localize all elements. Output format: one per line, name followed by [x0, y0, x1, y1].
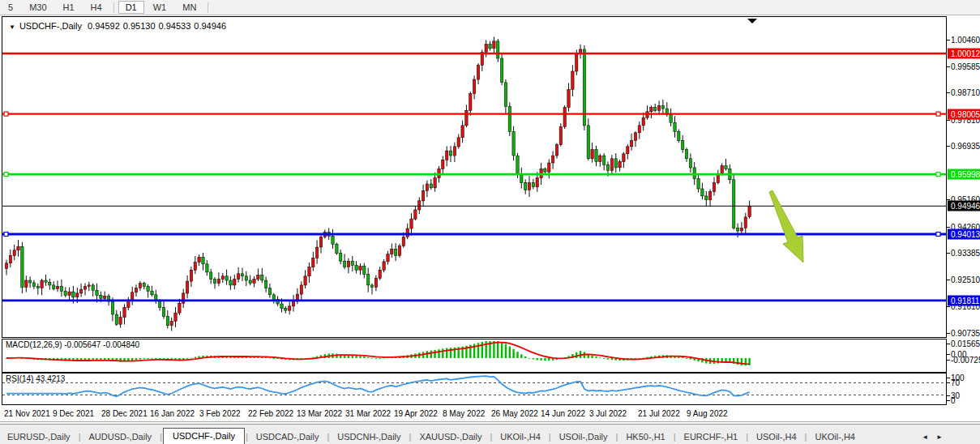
axis-tick [947, 354, 950, 355]
date-tick-label: 28 Dec 2021 [101, 409, 148, 418]
legend-high: 0.95130 [123, 21, 156, 31]
candlestick-chart [2, 17, 946, 337]
axis-tick [947, 227, 950, 228]
axis-tick [947, 146, 950, 147]
chart-tab-hk50-h1[interactable]: HK50-,H1 [618, 429, 672, 444]
macd-axis-label: 0.015654 [951, 339, 980, 348]
timeframe-button-h4[interactable]: H4 [83, 1, 109, 14]
date-tick-label: 31 Mar 2022 [345, 409, 391, 418]
date-tick-label: 16 Jan 2022 [150, 409, 195, 418]
mt4-window: 5M30H1H4D1W1MN ▼USDCHF-,Daily 0.945920.9… [0, 0, 980, 444]
axis-tick [947, 306, 950, 307]
chart-tab-usoil-daily[interactable]: USOil-,Daily [552, 429, 615, 444]
axis-tick [947, 395, 950, 396]
date-tick-label: 3 Jul 2022 [589, 409, 627, 418]
macd-canvas [2, 339, 946, 372]
rsi-chart [2, 374, 946, 404]
chart-tab-xauusd-daily[interactable]: XAUUSD-,Daily [412, 429, 489, 444]
price-tick-label: 0.98710 [951, 88, 980, 97]
macd-axis-label: -0.0072559 [951, 356, 980, 365]
timeframe-button-5[interactable]: 5 [1, 1, 20, 14]
price-level-badge: 0.98005 [948, 109, 980, 120]
timeframe-button-d1[interactable]: D1 [118, 1, 144, 14]
date-tick-label: 22 Feb 2022 [248, 409, 293, 418]
axis-tick [947, 344, 950, 344]
chart-tab-ukoil-h4[interactable]: UKOil-,H4 [493, 429, 548, 444]
chart-tab-ukoil-h4[interactable]: UKOil-,H4 [807, 429, 862, 444]
price-tick-label: 0.99585 [951, 62, 980, 71]
macd-label: MACD(12,26,9) -0.005647 -0.004840 [6, 340, 139, 349]
axis-tick [947, 378, 950, 378]
rsi-axis-label: 70 [951, 378, 960, 387]
timeframe-toolbar: 5M30H1H4D1W1MN [0, 0, 980, 15]
legend-close: 0.94946 [194, 21, 226, 31]
chart-tab-eurusd-daily[interactable]: EURUSD-,Daily [0, 429, 78, 444]
price-level-badge: 0.94013 [948, 229, 980, 240]
date-tick-label: 14 Jun 2022 [541, 409, 585, 418]
chart-tab-bar: EURUSD-,Daily|AUDUSD-,Daily|USDCHF-,Dail… [0, 424, 980, 444]
chart-tab-usoil-h4[interactable]: USOil-,H4 [749, 429, 804, 444]
axis-tick [947, 360, 950, 361]
toolbar-separator [208, 2, 208, 13]
macd-chart [2, 339, 946, 372]
date-tick-label: 3 Feb 2022 [199, 409, 241, 418]
chart-legend: ▼USDCHF-,Daily 0.945920.951300.945330.94… [9, 21, 229, 31]
timeframe-button-h1[interactable]: H1 [56, 1, 82, 14]
tab-scroll-right-icon[interactable]: ► [936, 433, 943, 441]
date-tick-label: 13 Mar 2022 [297, 409, 342, 418]
symbol-dropdown-icon[interactable]: ▼ [9, 23, 15, 31]
date-axis[interactable]: 21 Nov 20219 Dec 202128 Dec 202116 Jan 2… [2, 407, 947, 420]
timeframe-button-m30[interactable]: M30 [22, 1, 53, 14]
current-price-badge: 0.94946 [948, 201, 980, 211]
axis-tick [947, 333, 950, 334]
axis-tick [947, 66, 950, 67]
rsi-indicator-panel: RSI(14) 43.4213 [2, 373, 947, 405]
date-tick-label: 26 May 2022 [491, 409, 538, 418]
rsi-axis-label: 0 [951, 396, 956, 405]
timeframe-button-mn[interactable]: MN [175, 1, 203, 14]
tab-scroll-left-icon[interactable]: ◄ [922, 433, 928, 441]
date-tick-label: 21 Jul 2022 [638, 409, 680, 418]
price-level-badge: 0.91811 [948, 296, 980, 306]
date-tick-label: 9 Dec 2021 [53, 409, 94, 418]
axis-tick [947, 382, 950, 383]
axis-tick [947, 92, 950, 93]
chart-tab-usdcnh-daily[interactable]: USDCNH-,Daily [330, 429, 408, 444]
axis-tick [947, 280, 950, 280]
axis-tick [947, 40, 950, 41]
price-tick-label: 1.00460 [951, 36, 980, 45]
macd-indicator-panel: MACD(12,26,9) -0.005647 -0.004840 [2, 339, 947, 373]
price-level-badge: 1.00012 [948, 49, 980, 59]
tab-scroll-controls: ◄► [922, 433, 943, 444]
price-chart-canvas [2, 17, 946, 337]
date-tick-label: 9 Aug 2022 [687, 409, 728, 418]
date-tick-label: 19 Apr 2022 [394, 409, 438, 418]
price-tick-label: 0.90735 [951, 329, 980, 338]
timeframe-button-w1[interactable]: W1 [146, 1, 174, 14]
price-axis[interactable]: 1.004600.995850.987100.978100.969350.951… [947, 16, 980, 420]
axis-tick [947, 400, 950, 401]
chart-tab-usdchf-daily[interactable]: USDCHF-,Daily [163, 428, 245, 444]
chart-tab-eurchf-h1[interactable]: EURCHF-,H1 [677, 429, 746, 444]
rsi-label: RSI(14) 43.4213 [6, 374, 65, 383]
rsi-canvas [2, 374, 946, 404]
price-tick-label: 0.92510 [951, 275, 980, 284]
price-tick-label: 0.93385 [951, 249, 980, 258]
price-level-badge: 0.95998 [948, 169, 980, 180]
legend-low: 0.94533 [159, 21, 191, 31]
date-tick-label: 21 Nov 2021 [4, 409, 50, 418]
axis-tick [947, 120, 950, 121]
toolbar-separator [113, 2, 114, 13]
chart-tab-audusd-daily[interactable]: AUDUSD-,Daily [81, 429, 159, 444]
legend-open: 0.94592 [88, 21, 120, 31]
axis-tick [947, 253, 950, 254]
chart-tab-usdcad-daily[interactable]: USDCAD-,Daily [249, 429, 327, 444]
legend-symbol: USDCHF-,Daily [19, 21, 82, 31]
price-tick-label: 0.96935 [951, 142, 980, 151]
price-chart-panel[interactable]: ▼USDCHF-,Daily 0.945920.951300.945330.94… [2, 16, 947, 338]
date-tick-label: 8 May 2022 [443, 409, 485, 418]
